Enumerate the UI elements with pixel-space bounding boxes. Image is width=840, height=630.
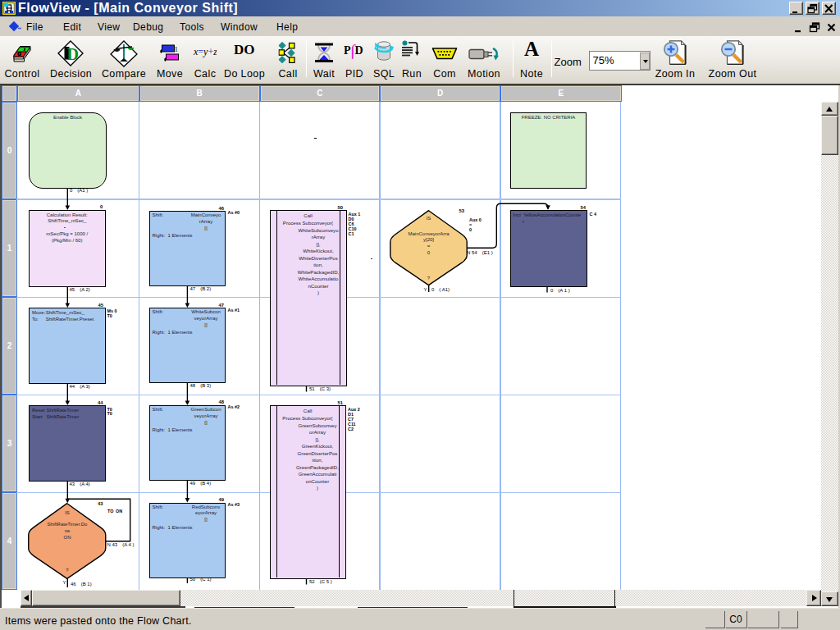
svg-text:x=y+z: x=y+z [194, 46, 217, 57]
svg-text:DO: DO [234, 42, 255, 57]
svg-text:1: 1 [175, 45, 179, 53]
svg-text:D: D [67, 45, 79, 63]
svg-text:A: A [524, 39, 539, 59]
svg-text:D: D [355, 44, 363, 57]
